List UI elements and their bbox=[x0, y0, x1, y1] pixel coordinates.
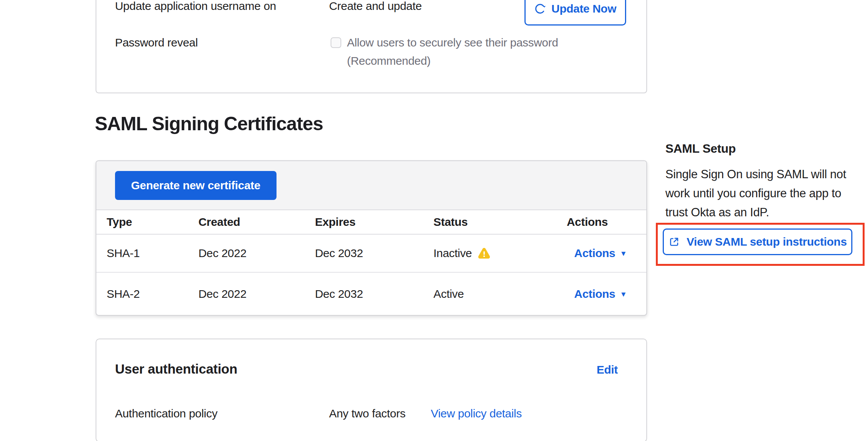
cert-status: Active bbox=[433, 288, 464, 300]
user-authentication-title: User authentication bbox=[115, 361, 237, 377]
cert-type: SHA-2 bbox=[96, 288, 198, 300]
edit-link[interactable]: Edit bbox=[597, 363, 618, 376]
generate-certificate-label: Generate new certificate bbox=[131, 179, 261, 192]
password-reveal-label: Password reveal bbox=[115, 36, 198, 49]
actions-dropdown[interactable]: Actions ▼ bbox=[574, 247, 627, 260]
table-row-sha1: SHA-1 Dec 2022 Dec 2032 Inactive Actions… bbox=[96, 235, 646, 273]
cert-created: Dec 2022 bbox=[198, 247, 315, 260]
password-reveal-option-line2: (Recommended) bbox=[347, 54, 431, 67]
actions-label: Actions bbox=[574, 247, 615, 260]
view-saml-setup-instructions-button[interactable]: View SAML setup instructions bbox=[663, 228, 852, 255]
certificates-card: Generate new certificate Type Created Ex… bbox=[96, 160, 647, 316]
password-reveal-option-line1: Allow users to securely see their passwo… bbox=[347, 36, 558, 49]
saml-setup-title: SAML Setup bbox=[665, 142, 736, 156]
column-header-actions: Actions bbox=[567, 216, 646, 228]
saml-setup-description-line: work until you configure the app to bbox=[665, 184, 856, 203]
chevron-down-icon: ▼ bbox=[620, 249, 627, 258]
update-now-button[interactable]: Update Now bbox=[524, 0, 626, 26]
column-header-status: Status bbox=[433, 216, 567, 228]
cert-created: Dec 2022 bbox=[198, 288, 315, 300]
column-header-type: Type bbox=[96, 216, 198, 228]
app-settings-card: Update application username on Create an… bbox=[96, 0, 647, 93]
cert-expires: Dec 2032 bbox=[315, 288, 433, 300]
saml-setup-description-line: Single Sign On using SAML will not bbox=[665, 165, 856, 184]
username-update-value: Create and update bbox=[329, 0, 422, 13]
authentication-policy-label: Authentication policy bbox=[115, 407, 217, 420]
column-header-expires: Expires bbox=[315, 216, 433, 228]
generate-certificate-button[interactable]: Generate new certificate bbox=[115, 171, 277, 200]
user-authentication-card: User authentication Edit Authentication … bbox=[96, 339, 647, 441]
update-now-label: Update Now bbox=[551, 2, 616, 15]
cert-expires: Dec 2032 bbox=[315, 247, 433, 260]
saml-setup-description-line: trust Okta as an IdP. bbox=[665, 203, 856, 222]
password-reveal-checkbox[interactable] bbox=[331, 37, 341, 48]
external-link-icon bbox=[668, 236, 680, 248]
certificates-table-header: Type Created Expires Status Actions bbox=[96, 210, 646, 235]
warning-icon bbox=[478, 248, 490, 259]
actions-label: Actions bbox=[574, 288, 615, 300]
table-row-sha2: SHA-2 Dec 2022 Dec 2032 Active Actions ▼ bbox=[96, 273, 646, 315]
saml-setup-description: Single Sign On using SAML will not work … bbox=[665, 165, 856, 222]
refresh-icon bbox=[534, 3, 546, 14]
cert-type: SHA-1 bbox=[96, 247, 198, 260]
authentication-policy-value: Any two factors bbox=[329, 407, 406, 420]
view-saml-setup-instructions-label: View SAML setup instructions bbox=[687, 235, 847, 248]
chevron-down-icon: ▼ bbox=[620, 290, 627, 299]
cert-status: Inactive bbox=[433, 247, 472, 260]
page-title: SAML Signing Certificates bbox=[95, 113, 323, 135]
certificates-toolbar: Generate new certificate bbox=[96, 161, 646, 210]
column-header-created: Created bbox=[198, 216, 315, 228]
view-policy-details-link[interactable]: View policy details bbox=[431, 407, 522, 420]
actions-dropdown[interactable]: Actions ▼ bbox=[574, 288, 627, 300]
username-update-label: Update application username on bbox=[115, 0, 276, 13]
